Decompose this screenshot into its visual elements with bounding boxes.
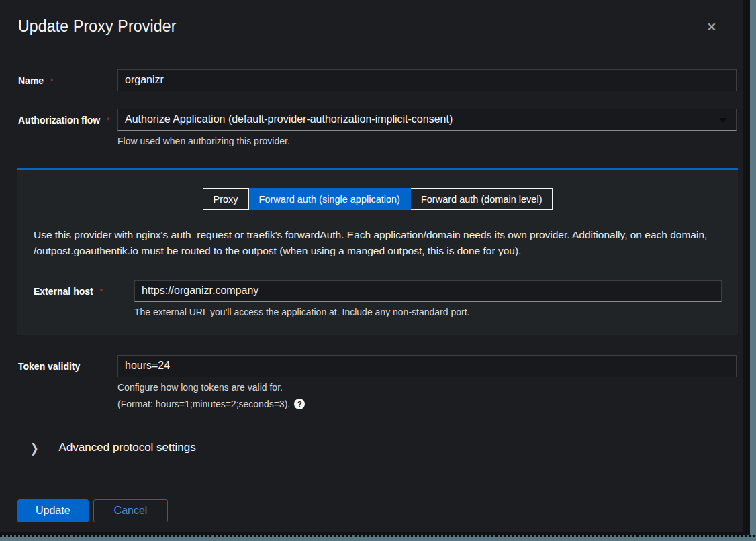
advanced-protocol-settings-label: Advanced protocol settings bbox=[59, 441, 196, 454]
token-validity-label: Token validity bbox=[18, 361, 80, 372]
token-validity-label-wrap: Token validity bbox=[18, 355, 117, 409]
authorization-flow-label: Authorization flow bbox=[18, 115, 100, 126]
token-validity-help-2: (Format: hours=1;minutes=2;seconds=3). ? bbox=[117, 399, 737, 409]
required-asterisk: * bbox=[107, 115, 110, 126]
authorization-flow-row: Authorization flow * Authorize Applicati… bbox=[0, 109, 743, 146]
name-label-wrap: Name * bbox=[18, 69, 117, 91]
token-validity-help-1: Configure how long tokens are valid for. bbox=[117, 382, 737, 393]
close-icon[interactable]: ✕ bbox=[706, 20, 718, 34]
name-label: Name bbox=[18, 75, 44, 86]
external-host-label-wrap: External host * bbox=[34, 280, 134, 317]
authorization-flow-help: Flow used when authorizing this provider… bbox=[117, 136, 737, 146]
external-host-label: External host bbox=[34, 286, 93, 297]
provider-form: Name * Authorization flow * Authorize Ap… bbox=[0, 69, 743, 522]
token-validity-input[interactable] bbox=[117, 355, 737, 377]
selection-ants-border bbox=[0, 535, 756, 537]
modal-actions: Update Cancel bbox=[0, 499, 743, 522]
window-frame-right bbox=[750, 0, 756, 541]
advanced-protocol-settings-toggle[interactable]: ❯ Advanced protocol settings bbox=[0, 441, 743, 454]
tab-forward-auth-domain[interactable]: Forward auth (domain level) bbox=[411, 188, 553, 210]
chevron-down-icon bbox=[719, 118, 727, 123]
window-frame-bottom bbox=[0, 536, 756, 541]
name-row: Name * bbox=[0, 69, 743, 91]
mode-description: Use this provider with nginx's auth_requ… bbox=[34, 227, 722, 259]
authorization-flow-select[interactable]: Authorize Application (default-provider-… bbox=[117, 109, 737, 131]
screenshot-frame: Update Proxy Provider ✕ Name * Authoriza… bbox=[0, 0, 756, 541]
authorization-flow-label-wrap: Authorization flow * bbox=[18, 109, 117, 146]
token-validity-format-text: (Format: hours=1;minutes=2;seconds=3). bbox=[117, 399, 290, 409]
update-button[interactable]: Update bbox=[17, 499, 89, 522]
chevron-right-icon: ❯ bbox=[30, 442, 39, 454]
external-host-row: External host * The external URL you'll … bbox=[34, 280, 722, 317]
token-validity-row: Token validity Configure how long tokens… bbox=[0, 355, 743, 409]
modal-header: Update Proxy Provider ✕ bbox=[0, 0, 743, 36]
update-proxy-provider-modal: Update Proxy Provider ✕ Name * Authoriza… bbox=[0, 0, 743, 532]
tab-forward-auth-single[interactable]: Forward auth (single application) bbox=[249, 188, 411, 210]
required-asterisk: * bbox=[50, 76, 54, 86]
required-asterisk: * bbox=[99, 287, 103, 297]
modal-title: Update Proxy Provider bbox=[18, 17, 724, 36]
external-host-input[interactable] bbox=[134, 280, 722, 302]
cancel-button[interactable]: Cancel bbox=[93, 499, 169, 522]
mode-toggle-group: Proxy Forward auth (single application) … bbox=[34, 188, 722, 210]
authorization-flow-select-wrap: Authorize Application (default-provider-… bbox=[117, 109, 737, 131]
tab-proxy[interactable]: Proxy bbox=[203, 188, 249, 210]
proxy-mode-card: Proxy Forward auth (single application) … bbox=[17, 168, 738, 335]
help-circle-icon[interactable]: ? bbox=[294, 399, 305, 409]
name-input[interactable] bbox=[117, 69, 737, 91]
external-host-help: The external URL you'll access the appli… bbox=[134, 307, 722, 317]
